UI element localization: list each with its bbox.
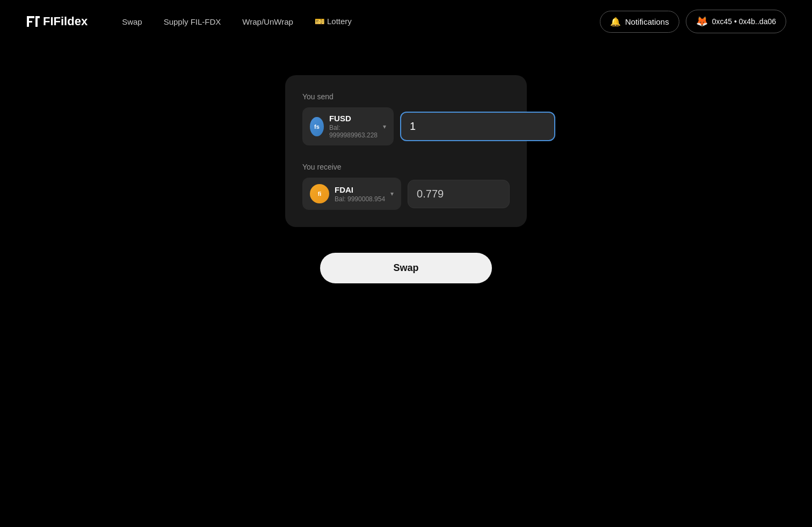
- receive-token-name: FDAI: [335, 185, 385, 194]
- receive-token-selector[interactable]: fi FDAI Bal: 9990008.954 ▾: [302, 178, 401, 210]
- receive-section: You receive fi FDAI Bal: 9990008.954 ▾ 0…: [302, 163, 510, 210]
- send-token-name: FUSD: [329, 114, 378, 123]
- logo-icon: [26, 14, 41, 29]
- logo[interactable]: FIFildex: [26, 14, 88, 29]
- svg-rect-4: [35, 16, 40, 18]
- receive-token-info: FDAI Bal: 9990008.954: [335, 185, 385, 203]
- send-amount-input[interactable]: [400, 112, 555, 141]
- nav-wrap[interactable]: Wrap/UnWrap: [242, 17, 293, 26]
- bell-icon: 🔔: [610, 17, 621, 27]
- wallet-button[interactable]: 🦊 0xc45 • 0x4b..da06: [686, 10, 786, 33]
- send-token-info: FUSD Bal: 9999989963.228: [329, 114, 378, 139]
- receive-token-balance: Bal: 9990008.954: [335, 195, 385, 203]
- logo-text: FIFildex: [43, 14, 88, 28]
- fox-icon: 🦊: [696, 16, 708, 27]
- fusd-icon: fs: [310, 117, 324, 136]
- swap-button[interactable]: Swap: [320, 253, 492, 283]
- swap-button-container: Swap: [320, 240, 492, 283]
- send-token-balance: Bal: 9999989963.228: [329, 124, 378, 139]
- notifications-label: Notifications: [625, 17, 669, 26]
- receive-token-chevron: ▾: [390, 190, 394, 197]
- main-content: You send fs FUSD Bal: 9999989963.228 ▾ Y…: [0, 43, 812, 283]
- swap-card: You send fs FUSD Bal: 9999989963.228 ▾ Y…: [285, 75, 527, 227]
- svg-rect-1: [27, 16, 34, 18]
- nav-right: 🔔 Notifications 🦊 0xc45 • 0x4b..da06: [600, 10, 786, 33]
- navbar: FIFildex Swap Supply FIL-FDX Wrap/UnWrap…: [0, 0, 812, 43]
- receive-label: You receive: [302, 163, 510, 171]
- svg-rect-2: [27, 21, 32, 23]
- nav-supply[interactable]: Supply FIL-FDX: [164, 17, 221, 26]
- send-token-selector[interactable]: fs FUSD Bal: 9999989963.228 ▾: [302, 107, 394, 145]
- send-section: You send fs FUSD Bal: 9999989963.228 ▾: [302, 92, 510, 145]
- section-divider: [302, 145, 510, 163]
- nav-swap[interactable]: Swap: [122, 17, 142, 26]
- send-label: You send: [302, 92, 510, 101]
- nav-links: Swap Supply FIL-FDX Wrap/UnWrap 🎫 Lotter…: [122, 17, 574, 26]
- receive-token-row: fi FDAI Bal: 9990008.954 ▾ 0.779: [302, 178, 510, 210]
- wallet-address: 0xc45 • 0x4b..da06: [712, 17, 776, 26]
- nav-lottery[interactable]: 🎫 Lottery: [315, 17, 352, 26]
- notifications-button[interactable]: 🔔 Notifications: [600, 11, 679, 33]
- send-token-chevron: ▾: [383, 123, 386, 130]
- receive-amount-display: 0.779: [408, 180, 510, 208]
- fdai-icon: fi: [310, 184, 329, 203]
- send-token-row: fs FUSD Bal: 9999989963.228 ▾: [302, 107, 510, 145]
